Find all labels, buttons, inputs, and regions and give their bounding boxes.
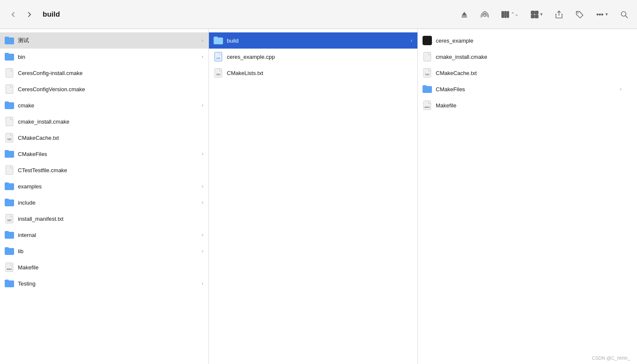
item-name: bin xyxy=(18,54,200,60)
chevron-right-icon: › xyxy=(202,183,203,189)
folder-icon xyxy=(213,35,223,46)
list-item[interactable]: cmake› xyxy=(0,97,208,113)
svg-rect-5 xyxy=(507,11,509,17)
folder-icon xyxy=(4,52,14,62)
item-name: cmake_install.cmake xyxy=(18,118,203,125)
item-name: include xyxy=(18,199,200,206)
file-make-icon: MAKE xyxy=(422,100,432,110)
grid-button[interactable]: ▾ xyxy=(529,9,544,20)
chevron-right-icon: › xyxy=(620,86,622,92)
list-item[interactable]: CeresConfigVersion.cmake xyxy=(0,81,208,97)
file-txt-icon: TXT xyxy=(213,68,223,78)
list-item[interactable]: TXTCMakeCache.txt xyxy=(418,65,627,81)
list-item[interactable]: CTestTestfile.cmake xyxy=(0,162,208,178)
chevron-right-icon: › xyxy=(202,151,203,157)
item-name: ceres_example.cpp xyxy=(227,54,412,60)
folder-icon xyxy=(4,35,14,46)
list-item[interactable]: MAKEMakefile xyxy=(0,259,208,275)
file-icon xyxy=(4,84,14,94)
toolbar: build ⌃⌄ xyxy=(0,0,637,29)
chevron-right-icon: › xyxy=(202,232,203,238)
svg-rect-9 xyxy=(535,14,538,17)
file-icon xyxy=(4,116,14,127)
forward-button[interactable] xyxy=(23,9,36,20)
file-icon xyxy=(422,52,432,62)
item-name: CeresConfigVersion.cmake xyxy=(18,86,203,92)
list-item[interactable]: CPPceres_example.cpp xyxy=(209,49,417,65)
folder-icon xyxy=(4,278,14,289)
list-item[interactable]: TXTinstall_manifest.txt xyxy=(0,211,208,227)
svg-point-2 xyxy=(484,14,486,16)
search-button[interactable] xyxy=(618,9,630,20)
column-col1: 测试›bin›CeresConfig-install.cmakeCeresCon… xyxy=(0,29,209,364)
window-title: build xyxy=(43,10,60,19)
grid-chevron: ▾ xyxy=(540,12,543,17)
svg-rect-6 xyxy=(531,11,534,14)
item-name: CMakeLists.txt xyxy=(227,70,412,76)
more-button[interactable]: ▾ xyxy=(594,9,610,20)
view-button[interactable]: ⌃⌄ xyxy=(499,9,520,20)
file-icon xyxy=(4,165,14,175)
file-txt-icon: TXT xyxy=(4,214,14,224)
item-name: CTestTestfile.cmake xyxy=(18,167,203,173)
item-name: examples xyxy=(18,183,200,190)
folder-icon xyxy=(4,246,14,256)
svg-marker-0 xyxy=(462,12,467,15)
file-cpp-icon: CPP xyxy=(213,52,223,62)
list-item[interactable]: lib› xyxy=(0,243,208,259)
column-col3: ceres_examplecmake_install.cmakeTXTCMake… xyxy=(418,29,627,364)
item-name: cmake xyxy=(18,102,200,109)
nav-buttons xyxy=(7,9,36,20)
column-col2: build›CPPceres_example.cppTXTCMakeLists.… xyxy=(209,29,418,364)
eject-button[interactable] xyxy=(458,9,470,20)
chevron-right-icon: › xyxy=(202,38,203,43)
list-item[interactable]: cmake_install.cmake xyxy=(418,49,627,65)
chevron-right-icon: › xyxy=(202,248,203,254)
list-item[interactable]: TXTCMakeCache.txt xyxy=(0,130,208,146)
watermark: CSDN @C_hhhh_ xyxy=(592,355,630,361)
item-name: CeresConfig-install.cmake xyxy=(18,70,203,76)
item-name: Testing xyxy=(18,280,200,287)
app-icon xyxy=(422,35,432,46)
back-button[interactable] xyxy=(7,9,20,20)
chevron-right-icon: › xyxy=(202,102,203,108)
folder-icon xyxy=(422,84,432,94)
chevron-right-icon: › xyxy=(202,54,203,60)
svg-rect-4 xyxy=(504,11,507,17)
list-item[interactable]: 测试› xyxy=(0,32,208,49)
svg-line-15 xyxy=(625,15,628,17)
airdrop-button[interactable] xyxy=(479,9,491,20)
item-name: internal xyxy=(18,232,200,238)
svg-point-13 xyxy=(602,14,603,15)
item-name: CMakeFiles xyxy=(18,151,200,157)
chevron-right-icon: › xyxy=(202,199,203,205)
folder-icon xyxy=(4,230,14,240)
item-name: CMakeCache.txt xyxy=(18,135,203,141)
list-item[interactable]: CMakeFiles› xyxy=(0,146,208,162)
folder-icon xyxy=(4,197,14,208)
item-name: ceres_example xyxy=(436,38,622,44)
list-item[interactable]: bin› xyxy=(0,49,208,65)
list-item[interactable]: MAKEMakefile xyxy=(418,97,627,113)
list-item[interactable]: TXTCMakeLists.txt xyxy=(209,65,417,81)
list-item[interactable]: Testing› xyxy=(0,275,208,292)
file-txt-icon: TXT xyxy=(422,68,432,78)
svg-point-10 xyxy=(577,12,579,14)
list-item[interactable]: examples› xyxy=(0,178,208,194)
list-item[interactable]: build› xyxy=(209,32,417,49)
list-item[interactable]: internal› xyxy=(0,227,208,243)
list-item[interactable]: cmake_install.cmake xyxy=(0,113,208,130)
item-name: Makefile xyxy=(436,102,622,109)
item-name: 测试 xyxy=(18,37,200,44)
svg-point-11 xyxy=(597,14,598,15)
item-name: build xyxy=(227,38,409,44)
list-item[interactable]: CeresConfig-install.cmake xyxy=(0,65,208,81)
list-item[interactable]: include› xyxy=(0,194,208,211)
tag-button[interactable] xyxy=(573,9,585,20)
svg-rect-7 xyxy=(535,11,538,14)
list-item[interactable]: CMakeFiles› xyxy=(418,81,627,97)
view-chevron: ⌃⌄ xyxy=(511,12,518,17)
folder-icon xyxy=(4,100,14,110)
list-item[interactable]: ceres_example xyxy=(418,32,627,49)
share-button[interactable] xyxy=(553,9,565,20)
